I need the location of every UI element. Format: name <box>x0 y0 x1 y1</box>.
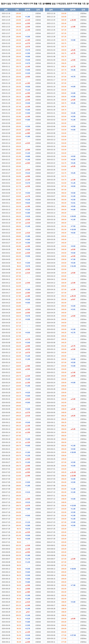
change-cell: - <box>68 624 78 627</box>
unit-cell: USD/dt <box>33 477 43 480</box>
change-cell: ▲1.60 <box>22 82 33 85</box>
change-cell: - <box>68 594 78 597</box>
unit-cell: USD/ton <box>78 577 89 580</box>
change-cell: ▲1.05 <box>22 431 33 434</box>
price-cell: 248.00 <box>57 411 68 414</box>
price-cell: 225.00 <box>57 540 68 544</box>
change-cell: ▲4.15 <box>22 231 33 234</box>
change-cell: ▲0.05 <box>22 311 33 314</box>
date-cell: 2024-08-19 <box>45 584 57 587</box>
table-row: 2024-07-30225.00-USD/ton <box>45 537 89 540</box>
date-cell: 2024-04-03 <box>0 258 12 261</box>
unit-cell: USD/dt <box>33 58 43 62</box>
table-row: 2024-03-12110.30▲1.90USD/dt <box>0 205 43 208</box>
table-row: 2024-02-16130.00▲0.80USD/dt <box>0 148 43 152</box>
price-cell: 337.00 <box>57 75 68 78</box>
table-row: 2024-02-29314.75▲1.00USD/ton <box>45 178 89 181</box>
date-cell: 2024-03-04 <box>45 185 57 188</box>
price-cell: 225.00 <box>57 550 68 554</box>
unit-cell: USD/dt <box>33 185 43 188</box>
unit-cell: USD/dt <box>33 142 43 144</box>
unit-cell: USD/dt <box>33 527 43 530</box>
table-row: 2024-03-20106.50▼1.40USD/dt <box>0 224 43 228</box>
price-cell: 99.30 <box>12 564 22 567</box>
price-cell: 134.35 <box>12 62 22 65</box>
unit-cell: USD/dt <box>33 268 43 271</box>
change-cell: ▼1.85 <box>22 484 33 487</box>
price-cell: 91.45 <box>12 634 22 637</box>
table-row: 2024-04-22253.00-USD/ton <box>45 301 89 304</box>
price-cell: 107.90 <box>12 221 22 224</box>
unit-cell: USD/dt <box>33 550 43 554</box>
date-cell: 2024-02-13 <box>45 138 57 141</box>
price-cell: 310.00 <box>57 15 68 18</box>
unit-cell: USD/dt <box>33 125 43 128</box>
date-cell: 2024-07-03 <box>0 474 12 477</box>
price-cell: 243.00 <box>57 374 68 377</box>
date-cell: 2024-08-15 <box>45 577 57 580</box>
change-cell: ▲2.65 <box>22 497 33 500</box>
table-row: 2024-04-10224.00-USD/ton <box>45 274 89 278</box>
price-cell: 258.00 <box>57 474 68 477</box>
change-cell: ▲2.15 <box>22 221 33 224</box>
price-cell: 329.75 <box>57 108 68 111</box>
change-cell: - <box>22 274 33 278</box>
table-row: 2024-09-1090.25▼1.20USD/dt <box>0 637 43 640</box>
table-row: 2024-04-02246.50▲2.00USD/ton <box>45 254 89 258</box>
date-cell: 2024-01-09 <box>45 58 57 62</box>
unit-cell: USD/dt <box>33 540 43 544</box>
price-cell: 177.00 <box>57 637 68 640</box>
change-cell: ▲4.50 <box>68 314 78 318</box>
date-cell: 2024-09-02 <box>45 617 57 620</box>
price-cell: 242.00 <box>57 398 68 401</box>
price-cell: 113.50 <box>12 474 22 477</box>
price-cell: 330.00 <box>57 98 68 101</box>
change-cell: - <box>68 540 78 544</box>
table-row: 2024-09-0296.15▼4.10USD/dt <box>0 617 43 620</box>
date-cell: 2024-02-07 <box>45 128 57 131</box>
date-cell: 2024-07-09 <box>45 487 57 490</box>
change-cell: ▼1.25 <box>68 181 78 184</box>
date-cell: 2024-01-05 <box>45 52 57 55</box>
table-row: 2024-08-21202.00-USD/ton <box>45 590 89 594</box>
unit-cell: USD/dt <box>33 510 43 514</box>
date-cell: 2024-06-28 <box>45 464 57 467</box>
change-cell: ▼4.00 <box>68 497 78 500</box>
table-row: 2024-04-29117.10▼0.95USD/dt <box>0 318 43 321</box>
unit-cell: USD/ton <box>78 205 89 208</box>
change-cell: ▼0.50 <box>68 448 78 450</box>
unit-cell: USD/dt <box>33 597 43 600</box>
date-cell: 2024-04-04 <box>45 261 57 264</box>
unit-cell: USD/dt <box>33 274 43 278</box>
unit-cell: USD/dt <box>33 567 43 570</box>
unit-cell: USD/dt <box>33 228 43 231</box>
date-cell: 2024-08-13 <box>0 570 12 574</box>
price-cell: 130.80 <box>12 132 22 134</box>
price-cell: 99.00 <box>12 537 22 540</box>
price-cell: 135.60 <box>12 12 22 15</box>
table-row: 2024-04-15226.00-USD/ton <box>45 284 89 288</box>
table-row: 2024-07-26101.95▲2.25USD/dt <box>0 530 43 534</box>
unit-cell: USD/dt <box>33 188 43 191</box>
date-cell: 2024-01-24 <box>45 95 57 98</box>
unit-cell: USD/dt <box>33 278 43 281</box>
date-cell: 2024-09-04 <box>45 624 57 627</box>
price-cell: 245.00 <box>57 231 68 234</box>
table-row: 2024-06-27105.75▼1.00USD/dt <box>0 461 43 464</box>
table-row: 2024-04-29244.50-USD/ton <box>45 318 89 321</box>
date-cell: 2024-02-15 <box>45 145 57 148</box>
price-cell: 96.00 <box>12 597 22 600</box>
change-cell: ▼0.60 <box>22 570 33 574</box>
price-cell: 101.10 <box>12 604 22 607</box>
table-row: 2024-04-30244.50-USD/ton <box>45 321 89 324</box>
table-row: 2024-02-13129.00-USD/dt <box>0 138 43 142</box>
unit-cell: USD/dt <box>33 214 43 218</box>
change-cell: ▼2.50 <box>68 198 78 201</box>
table-row: 2024-09-04204.00-USD/ton <box>45 624 89 627</box>
change-cell: - <box>68 188 78 191</box>
date-cell: 2023-12-27 <box>45 32 57 35</box>
date-cell: 2024-04-09 <box>45 271 57 274</box>
unit-cell: USD/dt <box>33 191 43 194</box>
unit-cell: USD/dt <box>33 504 43 507</box>
change-cell: ▼1.85 <box>22 234 33 238</box>
